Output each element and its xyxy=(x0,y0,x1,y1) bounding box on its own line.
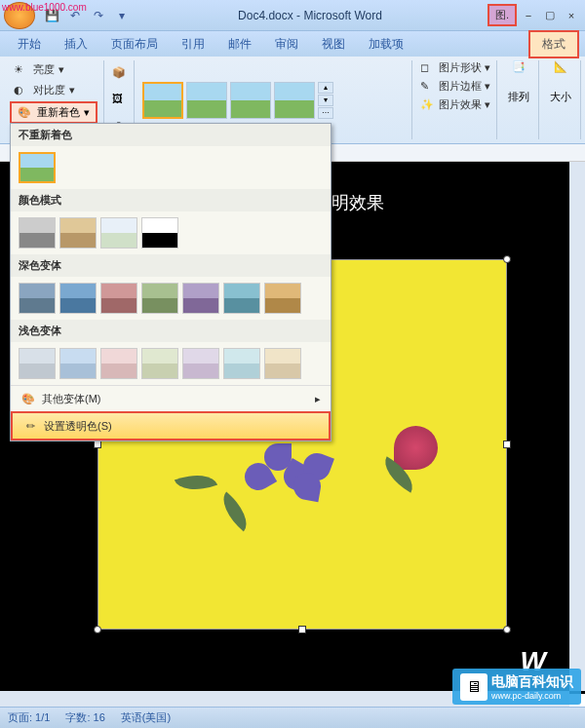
thumb-light-2[interactable] xyxy=(59,348,97,379)
ribbon-tabs: 开始 插入 页面布局 引用 邮件 审阅 视图 加载项 格式 xyxy=(0,31,585,57)
style-thumb-2[interactable] xyxy=(186,82,227,119)
section-color-modes: 颜色模式 xyxy=(11,189,331,211)
set-transparent-item[interactable]: ✏ 设置透明色(S) xyxy=(11,411,331,441)
watermark-text: 电脑百科知识 xyxy=(491,673,573,689)
submenu-arrow-icon: ▸ xyxy=(315,393,321,405)
no-recolor-thumbs xyxy=(11,146,331,189)
tab-addins[interactable]: 加载项 xyxy=(357,32,415,57)
thumb-light-6[interactable] xyxy=(223,348,260,379)
shape-icon: ◻ xyxy=(420,61,436,75)
compress-icon[interactable]: 📦 xyxy=(112,66,128,80)
size-icon[interactable]: 📐 xyxy=(547,60,574,88)
set-transparent-label: 设置透明色(S) xyxy=(44,419,112,434)
watermark-bottom-right: 🖥 电脑百科知识 www.pc-daily.com xyxy=(452,669,581,705)
thumb-light-4[interactable] xyxy=(141,348,178,379)
thumb-light-7[interactable] xyxy=(264,348,301,379)
status-page[interactable]: 页面: 1/1 xyxy=(8,710,50,725)
thumb-washout[interactable] xyxy=(100,217,137,249)
close-button[interactable]: × xyxy=(562,7,581,24)
recolor-dropdown: 不重新着色 颜色模式 深色变体 浅色变体 🎨 其他变体(M) ▸ ✏ 设置透明色… xyxy=(10,123,332,441)
flower-graphic-rose xyxy=(394,426,438,470)
thumb-original[interactable] xyxy=(19,152,56,183)
more-variations-label: 其他变体(M) xyxy=(42,392,101,406)
redo-icon[interactable]: ↷ xyxy=(88,5,109,26)
brightness-button[interactable]: ☀ 亮度 ▾ xyxy=(10,60,98,79)
color-mode-thumbs xyxy=(11,211,331,254)
resize-handle-br[interactable] xyxy=(503,626,511,633)
recolor-icon: 🎨 xyxy=(18,106,33,120)
pencil-icon: ✏ xyxy=(22,418,38,434)
picture-shape-button[interactable]: ◻图片形状 ▾ xyxy=(420,60,490,75)
tab-view[interactable]: 视图 xyxy=(310,32,357,57)
change-picture-icon[interactable]: 🖼 xyxy=(112,93,128,106)
thumb-light-1[interactable] xyxy=(19,348,56,379)
document-title: Doc4.docx - Microsoft Word xyxy=(133,9,488,22)
leaf-graphic-2 xyxy=(175,467,217,498)
gallery-up-icon[interactable]: ▴ xyxy=(318,82,333,94)
restore-button[interactable]: ▢ xyxy=(540,7,560,24)
thumb-light-3[interactable] xyxy=(100,348,137,379)
thumb-dark-1[interactable] xyxy=(19,283,56,314)
thumb-grayscale[interactable] xyxy=(19,217,56,249)
thumb-dark-2[interactable] xyxy=(59,283,97,314)
style-thumb-3[interactable] xyxy=(230,82,271,119)
shape-options-group: ◻图片形状 ▾ ✎图片边框 ▾ ✨图片效果 ▾ xyxy=(414,60,497,139)
more-variations-item[interactable]: 🎨 其他变体(M) ▸ xyxy=(11,385,331,411)
style-thumb-4[interactable] xyxy=(274,82,315,119)
thumb-dark-5[interactable] xyxy=(182,283,219,314)
contrast-icon: ◐ xyxy=(14,84,29,97)
contrast-button[interactable]: ◐ 对比度 ▾ xyxy=(10,81,98,99)
gallery-more-icon[interactable]: ⋯ xyxy=(318,107,333,119)
tab-insert[interactable]: 插入 xyxy=(53,32,99,57)
arrange-group: 📑 排列 xyxy=(499,60,539,139)
vertical-scrollbar[interactable] xyxy=(569,162,585,691)
thumb-dark-7[interactable] xyxy=(264,283,301,314)
resize-handle-mr[interactable] xyxy=(503,441,511,448)
window-buttons: − ▢ × xyxy=(519,7,581,24)
thumb-light-5[interactable] xyxy=(182,348,219,379)
gallery-down-icon[interactable]: ▾ xyxy=(318,95,333,106)
tab-references[interactable]: 引用 xyxy=(170,32,216,57)
thumb-dark-4[interactable] xyxy=(141,283,178,314)
recolor-button[interactable]: 🎨 重新着色 ▾ xyxy=(10,101,98,124)
brightness-label: 亮度 xyxy=(33,62,55,77)
tab-mailings[interactable]: 邮件 xyxy=(216,32,263,57)
gallery-scroll: ▴ ▾ ⋯ xyxy=(318,82,333,119)
size-group: 📐 大小 xyxy=(541,60,581,139)
status-words[interactable]: 字数: 16 xyxy=(65,710,104,725)
brightness-icon: ☀ xyxy=(14,63,29,77)
tab-home[interactable]: 开始 xyxy=(6,32,53,57)
picture-effects-button[interactable]: ✨图片效果 ▾ xyxy=(420,97,490,112)
resize-handle-bm[interactable] xyxy=(298,626,306,633)
style-thumb-1[interactable] xyxy=(142,82,183,119)
resize-handle-ml[interactable] xyxy=(94,441,101,448)
tab-layout[interactable]: 页面布局 xyxy=(99,32,170,57)
status-language[interactable]: 英语(美国) xyxy=(121,710,171,725)
thumb-sepia[interactable] xyxy=(59,217,97,249)
picture-border-button[interactable]: ✎图片边框 ▾ xyxy=(420,79,490,94)
thumb-dark-3[interactable] xyxy=(100,283,137,314)
arrange-icon[interactable]: 📑 xyxy=(505,60,532,88)
section-no-recolor: 不重新着色 xyxy=(11,124,331,146)
resize-handle-tr[interactable] xyxy=(503,255,511,263)
qat-dropdown-icon[interactable]: ▾ xyxy=(111,5,133,26)
light-variation-thumbs xyxy=(11,342,331,385)
picture-tools-context-label: 图. xyxy=(488,4,517,26)
style-gallery: ▴ ▾ ⋯ xyxy=(142,82,333,119)
thumb-dark-6[interactable] xyxy=(223,283,260,314)
size-label: 大小 xyxy=(550,90,571,104)
minimize-button[interactable]: − xyxy=(519,7,538,24)
thumb-blackwhite[interactable] xyxy=(141,217,178,249)
arrange-label: 排列 xyxy=(508,90,529,104)
watermark-url: www.pc-daily.com xyxy=(491,691,573,701)
watermark-top-left: www.blue1000.com xyxy=(2,2,87,13)
section-dark-variations: 深色变体 xyxy=(11,254,331,277)
dark-variation-thumbs xyxy=(11,277,331,320)
tab-format[interactable]: 格式 xyxy=(528,30,579,58)
section-light-variations: 浅色变体 xyxy=(11,320,331,342)
status-bar: 页面: 1/1 字数: 16 英语(美国) xyxy=(0,707,585,728)
tab-review[interactable]: 审阅 xyxy=(263,32,310,57)
resize-handle-bl[interactable] xyxy=(94,626,101,633)
recolor-label: 重新着色 xyxy=(37,105,80,120)
document-text: 明效果 xyxy=(332,191,384,214)
